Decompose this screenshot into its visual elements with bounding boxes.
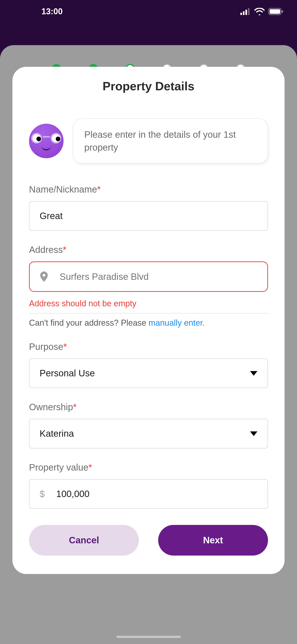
svg-rect-6 (282, 10, 283, 13)
property-value-input-wrap[interactable]: $ (29, 479, 268, 509)
address-input[interactable] (60, 272, 257, 282)
next-button[interactable]: Next (158, 525, 268, 556)
assistant-avatar (29, 124, 64, 158)
address-helper-text: Can't find your address? Please (29, 318, 148, 328)
ownership-select[interactable]: Katerina (29, 419, 268, 448)
svg-rect-3 (248, 8, 250, 15)
intro-speech: Please enter in the details of your 1st … (73, 118, 268, 164)
chevron-down-icon (250, 432, 258, 436)
ownership-label-text: Ownership (29, 402, 73, 412)
address-label-text: Address (29, 244, 63, 255)
chevron-down-icon (250, 371, 258, 376)
svg-rect-2 (246, 10, 247, 15)
property-value-label-text: Property value (29, 462, 88, 472)
address-error: Address should not be empty (29, 299, 268, 314)
status-time: 13:00 (42, 7, 62, 16)
name-label-text: Name/Nickname (29, 184, 97, 194)
manually-enter-link[interactable]: manually enter. (148, 318, 205, 328)
location-pin-icon (40, 271, 48, 282)
currency-symbol: $ (40, 489, 45, 499)
svg-rect-0 (240, 13, 242, 15)
cellular-icon (240, 8, 250, 15)
address-group: Address* Address should not be empty Can… (29, 244, 268, 328)
svg-rect-5 (270, 9, 280, 14)
battery-icon (268, 8, 283, 15)
ownership-value: Katerina (40, 428, 74, 439)
button-row: Cancel Next (29, 525, 268, 556)
purpose-group: Purpose* Personal Use (29, 342, 268, 388)
modal-title: Property Details (29, 79, 268, 93)
status-icons (240, 8, 283, 15)
purpose-label-text: Purpose (29, 342, 63, 352)
address-helper: Can't find your address? Please manually… (29, 318, 268, 328)
address-label: Address* (29, 244, 268, 255)
ownership-group: Ownership* Katerina (29, 402, 268, 448)
home-indicator[interactable] (116, 636, 181, 638)
purpose-value: Personal Use (40, 368, 95, 378)
name-group: Name/Nickname* (29, 184, 268, 231)
svg-rect-1 (243, 11, 244, 15)
status-bar: 13:00 (0, 0, 297, 23)
name-input[interactable] (29, 201, 268, 231)
purpose-label: Purpose* (29, 342, 268, 352)
purpose-select[interactable]: Personal Use (29, 358, 268, 388)
name-label: Name/Nickname* (29, 184, 268, 195)
cancel-button[interactable]: Cancel (29, 525, 139, 556)
property-value-label: Property value* (29, 462, 268, 473)
property-value-group: Property value* $ (29, 462, 268, 509)
property-details-modal: Property Details Please enter in the det… (12, 67, 284, 574)
address-input-wrap[interactable] (29, 262, 268, 292)
ownership-label: Ownership* (29, 402, 268, 412)
property-value-input[interactable] (56, 489, 258, 499)
intro-row: Please enter in the details of your 1st … (29, 118, 268, 164)
wifi-icon (254, 8, 265, 15)
